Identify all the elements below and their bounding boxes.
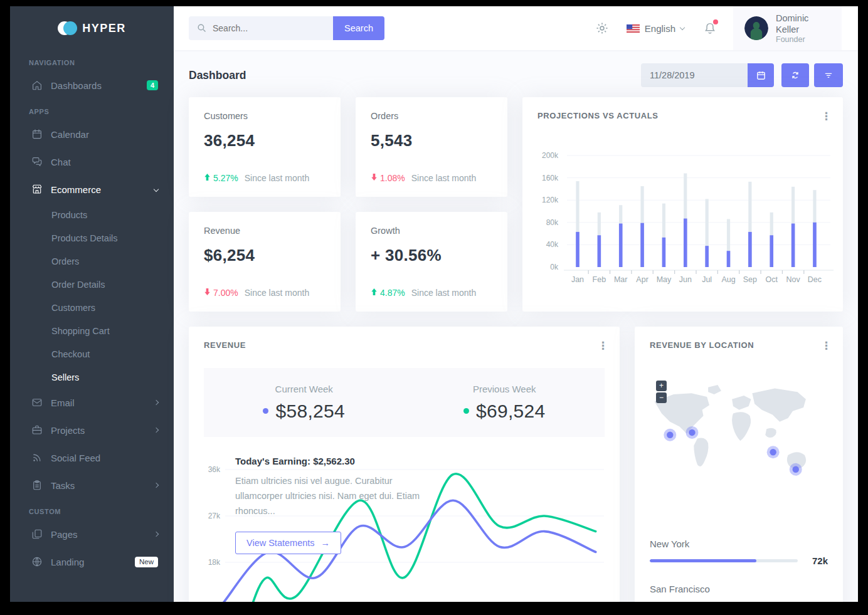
badge: New — [135, 557, 158, 567]
language-selector[interactable]: English — [627, 23, 684, 34]
world-map-svg — [650, 372, 828, 507]
us-flag-icon — [627, 24, 640, 33]
previous-week-label: Previous Week — [473, 384, 536, 394]
sidebar-item-chat[interactable]: Chat — [10, 148, 174, 176]
arrow-right-icon: → — [321, 538, 331, 548]
svg-text:Sep: Sep — [743, 275, 757, 284]
calendar-button[interactable] — [748, 63, 774, 87]
sidebar-subitem-orders[interactable]: Orders — [10, 250, 174, 273]
svg-text:Jul: Jul — [702, 275, 712, 284]
location-value: 39k — [798, 601, 828, 602]
bell-icon[interactable] — [703, 21, 717, 36]
sidebar-subitem-customers[interactable]: Customers — [10, 296, 174, 319]
sidebar-item-dashboards[interactable]: Dashboards4 — [10, 71, 174, 99]
stat-value: + 30.56% — [371, 246, 492, 265]
stat-note: Since last month — [411, 173, 477, 183]
kebab-menu-icon[interactable]: ⋮ — [821, 111, 832, 122]
chevron-right-icon — [154, 532, 159, 537]
current-week-label: Current Week — [275, 384, 333, 394]
sidebar-item-social-feed[interactable]: Social Feed — [10, 444, 174, 471]
stat-value: 5,543 — [371, 131, 492, 150]
svg-text:80k: 80k — [546, 218, 559, 227]
chevron-right-icon — [154, 400, 159, 405]
stat-delta: 4.87% — [380, 288, 405, 298]
sidebar-item-tasks[interactable]: Tasks — [10, 471, 174, 499]
sidebar-subitem-order-details[interactable]: Order Details — [10, 273, 174, 296]
logo[interactable]: HYPER — [10, 6, 174, 50]
home-icon — [31, 80, 43, 91]
sidebar-item-ecommerce[interactable]: Ecommerce — [10, 176, 174, 203]
location-value: 72k — [798, 555, 828, 566]
chevron-right-icon — [154, 483, 159, 488]
logo-text: HYPER — [82, 22, 126, 35]
sidebar-subitem-products-details[interactable]: Products Details — [10, 226, 174, 250]
stat-card-customers: Customers36,2545.27%Since last month — [189, 97, 341, 197]
chat-icon — [31, 156, 43, 167]
todays-earning: Today's Earning: $2,562.30 — [235, 456, 433, 466]
map-zoom-out-button[interactable]: − — [656, 392, 667, 403]
svg-text:36k: 36k — [208, 465, 221, 474]
date-input[interactable] — [641, 63, 748, 87]
gear-icon[interactable] — [595, 21, 609, 35]
stat-cards: Customers36,2545.27%Since last monthOrde… — [189, 97, 507, 312]
svg-text:40k: 40k — [546, 240, 559, 249]
svg-text:Nov: Nov — [786, 275, 800, 284]
chevron-down-icon — [154, 187, 159, 192]
sidebar-subitem-sellers[interactable]: Sellers — [10, 365, 174, 389]
svg-text:Jun: Jun — [679, 275, 692, 284]
stat-title: Orders — [371, 111, 492, 121]
sidebar-item-landing[interactable]: LandingNew — [10, 548, 174, 576]
refresh-button[interactable] — [781, 63, 809, 87]
card-title: REVENUE BY LOCATION — [650, 340, 754, 350]
sidebar-item-email[interactable]: Email — [10, 389, 174, 416]
svg-text:27k: 27k — [208, 512, 221, 520]
sidebar: HYPER NAVIGATIONDashboards4APPSCalendarC… — [10, 6, 174, 602]
stat-delta: 7.00% — [213, 288, 238, 298]
stat-value: 36,254 — [204, 131, 326, 150]
user-role: Founder — [776, 35, 830, 44]
search-input[interactable] — [189, 16, 333, 40]
sidebar-section-label: NAVIGATION — [10, 50, 174, 71]
language-label: English — [645, 23, 675, 34]
svg-text:Aug: Aug — [721, 275, 735, 284]
sidebar-item-projects[interactable]: Projects — [10, 416, 174, 444]
sidebar-subitem-products[interactable]: Products — [10, 203, 174, 226]
search-icon — [196, 23, 207, 36]
view-statements-button[interactable]: View Statements→ — [235, 532, 341, 554]
kebab-menu-icon[interactable]: ⋮ — [598, 340, 608, 351]
sidebar-section-label: APPS — [10, 99, 174, 120]
svg-text:Jan: Jan — [571, 275, 584, 284]
current-week-dot — [263, 408, 268, 414]
kebab-menu-icon[interactable]: ⋮ — [821, 340, 832, 351]
revenue-card: REVENUE ⋮ Current Week $58,254 Previous … — [189, 327, 620, 602]
arrow-up-icon — [204, 173, 211, 183]
map-zoom-in-button[interactable]: + — [656, 381, 667, 391]
sidebar-item-pages[interactable]: Pages — [10, 520, 174, 548]
stat-delta: 1.08% — [380, 173, 405, 183]
stat-value: $6,254 — [204, 246, 326, 265]
stat-note: Since last month — [245, 173, 310, 183]
svg-text:200k: 200k — [542, 151, 559, 160]
stat-note: Since last month — [245, 288, 310, 298]
main-area: Search English — [174, 6, 858, 602]
filter-button[interactable] — [814, 63, 843, 87]
filter-icon — [823, 70, 834, 80]
badge: 4 — [147, 80, 158, 90]
search-button[interactable]: Search — [333, 16, 384, 40]
svg-text:May: May — [657, 275, 672, 284]
current-week-value: $58,254 — [275, 401, 345, 422]
refresh-icon — [790, 70, 800, 80]
projections-vs-actuals-card: PROJECTIONS VS ACTUALS ⋮ 0k40k80k120k160… — [522, 97, 843, 312]
svg-text:Oct: Oct — [766, 275, 778, 284]
user-menu[interactable]: Dominic Keller Founder — [733, 6, 842, 50]
sidebar-subitem-checkout[interactable]: Checkout — [10, 342, 174, 365]
svg-text:120k: 120k — [542, 196, 559, 204]
app-frame: HYPER NAVIGATIONDashboards4APPSCalendarC… — [10, 6, 858, 602]
sidebar-item-calendar[interactable]: Calendar — [10, 120, 174, 148]
progress-bar — [650, 559, 798, 562]
previous-week-value: $69,524 — [476, 401, 546, 422]
location-row-new-york: New York72k — [650, 539, 828, 566]
sidebar-subitem-shopping-cart[interactable]: Shopping Cart — [10, 319, 174, 342]
arrow-down-icon — [204, 288, 211, 298]
user-name: Dominic Keller — [776, 13, 830, 35]
